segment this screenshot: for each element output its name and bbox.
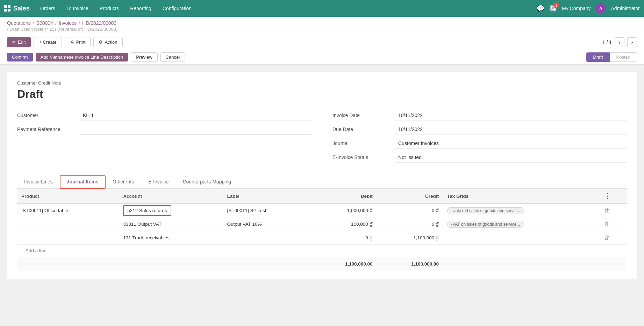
nav-orders[interactable]: Orders <box>35 3 60 13</box>
tabs: Invoice Lines Journal Items Other Info E… <box>17 175 627 189</box>
cell-delete-3[interactable]: 🗑 <box>600 231 627 245</box>
nav-items: Orders To Invoice Products Reporting Con… <box>35 3 537 13</box>
due-date-value[interactable]: 10/11/2022 <box>395 125 627 135</box>
cell-delete-1[interactable]: 🗑 <box>600 204 627 217</box>
more-options-icon[interactable]: ⋮ <box>604 193 610 200</box>
tax-grid-pill-2[interactable]: -VAT on sales of goods and service... <box>447 221 524 228</box>
breadcrumb-invoices[interactable]: Invoices <box>59 20 77 26</box>
account-highlighted-cell[interactable]: 5212 Sales returns <box>123 205 171 216</box>
print-button[interactable]: 🖨 Print <box>65 37 91 47</box>
cell-label-2[interactable]: Output VAT 10% <box>223 217 310 231</box>
activity-icon[interactable]: 🔄 1 <box>549 5 557 12</box>
preview-button[interactable]: Preview <box>131 52 157 62</box>
table-row: 131 Trade receivables 0 ₫ 1,100,000 ₫ 🗑 <box>17 231 627 245</box>
prev-page-button[interactable]: ‹ <box>615 37 624 47</box>
confirm-button[interactable]: Confirm <box>7 53 33 61</box>
cell-delete-2[interactable]: 🗑 <box>600 217 627 231</box>
total-credit: 1,100,000.00 <box>377 257 443 271</box>
delete-icon-1[interactable]: 🗑 <box>604 207 610 213</box>
cell-taxgrid-1: -Untaxed sales of goods and servic... <box>443 204 600 217</box>
status-indicators: Draft Posted <box>586 52 637 62</box>
totals-row: 1,100,000.00 1,100,000.00 <box>17 257 627 271</box>
create-button[interactable]: + Create <box>34 37 62 47</box>
journal-field: Journal Customer Invoices <box>332 139 627 149</box>
cell-label-1[interactable]: [ST00011] SP Test <box>223 204 310 217</box>
invoice-date-field: Invoice Date 10/11/2022 <box>332 111 627 121</box>
form-left: Customer KH 1 Payment Reference <box>17 111 312 167</box>
status-bar: Confirm Add Vietnamese Invoice Line Desc… <box>0 50 644 65</box>
nav-products[interactable]: Products <box>95 3 124 13</box>
tab-counterparts[interactable]: Counterparts Mapping <box>176 175 238 189</box>
nav-to-invoice[interactable]: To Invoice <box>62 3 93 13</box>
cell-product-2 <box>17 217 119 231</box>
toolbar: ✏ Edit + Create 🖨 Print ⚙ Action 1 / 1 ‹… <box>0 34 644 50</box>
journal-items-table: Product Account Label Debit Credit Tax G… <box>17 189 627 271</box>
invoice-date-value[interactable]: 10/11/2022 <box>395 111 627 121</box>
einvoice-field: E-Invoice Status Not Issued <box>332 153 627 163</box>
customer-field: Customer KH 1 <box>17 111 312 121</box>
customer-value[interactable]: KH 1 <box>80 111 312 121</box>
add-line-row: Add a line <box>17 245 627 257</box>
main-content: Customer Credit Note Draft Customer KH 1… <box>0 65 644 287</box>
breadcrumb-bar: Quotations / S00004 / Invoices / HD/2022… <box>0 17 644 34</box>
breadcrumb-s00004[interactable]: S00004 <box>36 20 53 26</box>
cell-label-3[interactable] <box>223 231 310 245</box>
col-product: Product <box>17 189 119 204</box>
due-date-field: Due Date 10/11/2022 <box>332 125 627 135</box>
einvoice-value[interactable]: Not Issued <box>395 153 627 163</box>
cell-account-2[interactable]: 33311 Output VAT <box>119 217 223 231</box>
avatar[interactable]: A <box>596 3 606 14</box>
cell-taxgrid-2: -VAT on sales of goods and service... <box>443 217 600 231</box>
tab-invoice-lines[interactable]: Invoice Lines <box>17 175 60 189</box>
payment-ref-value[interactable] <box>80 125 312 135</box>
pagination: 1 / 1 ‹ › <box>602 37 637 47</box>
app-name: Sales <box>13 5 30 12</box>
cell-credit-1: 0 ₫ <box>377 204 443 217</box>
delete-icon-2[interactable]: 🗑 <box>604 221 610 227</box>
tab-e-invoice[interactable]: E-Invoice <box>141 175 176 189</box>
breadcrumb-invoice-id[interactable]: HD/2022/00003 <box>82 20 116 26</box>
app-logo[interactable]: Sales <box>4 5 30 12</box>
cell-credit-3: 1,100,000 ₫ <box>377 231 443 245</box>
cell-product-1[interactable]: [ST00011] Office table <box>17 204 119 217</box>
chat-icon[interactable]: 💬 <box>537 5 544 12</box>
delete-icon-3[interactable]: 🗑 <box>604 234 610 240</box>
col-actions: ⋮ <box>600 189 627 204</box>
col-label: Label <box>223 189 310 204</box>
cell-account-3[interactable]: 131 Trade receivables <box>119 231 223 245</box>
print-icon: 🖨 <box>70 39 74 45</box>
breadcrumb-quotations[interactable]: Quotations <box>7 20 31 26</box>
edit-button[interactable]: ✏ Edit <box>7 37 31 47</box>
col-credit: Credit <box>377 189 443 204</box>
action-button[interactable]: ⚙ Action <box>93 37 122 47</box>
nav-right: 💬 🔄 1 My Company A Administrator <box>537 3 640 14</box>
top-nav: Sales Orders To Invoice Products Reporti… <box>0 0 644 17</box>
cell-product-3 <box>17 231 119 245</box>
vietnamese-button[interactable]: Add Vietnamese Invoice Line Description <box>36 53 128 61</box>
cell-account-1[interactable]: 5212 Sales returns <box>119 204 223 217</box>
form-right: Invoice Date 10/11/2022 Due Date 10/11/2… <box>332 111 627 167</box>
col-tax-grids: Tax Grids <box>443 189 600 204</box>
payment-ref-label: Payment Reference <box>17 125 80 132</box>
breadcrumb: Quotations / S00004 / Invoices / HD/2022… <box>7 20 637 26</box>
draft-status: Draft <box>586 52 609 62</box>
nav-configuration[interactable]: Configuration <box>158 3 196 13</box>
customer-label: Customer <box>17 111 80 118</box>
tab-other-info[interactable]: Other Info <box>106 175 141 189</box>
nav-reporting[interactable]: Reporting <box>125 3 156 13</box>
breadcrumb-sub: / Draft Credit Note (* 23) (Reversal of:… <box>7 27 637 32</box>
due-date-label: Due Date <box>332 125 395 132</box>
cell-taxgrid-3 <box>443 231 600 245</box>
cancel-button[interactable]: Cancel <box>160 52 185 62</box>
tab-journal-items[interactable]: Journal Items <box>60 175 106 189</box>
pagination-text: 1 / 1 <box>602 39 612 45</box>
doc-type-label: Customer Credit Note <box>17 80 627 86</box>
invoice-date-label: Invoice Date <box>332 111 395 118</box>
next-page-button[interactable]: › <box>627 37 637 47</box>
einvoice-label: E-Invoice Status <box>332 153 395 160</box>
admin-name: Administrator <box>611 6 640 11</box>
journal-value[interactable]: Customer Invoices <box>395 139 627 149</box>
tax-grid-pill-1[interactable]: -Untaxed sales of goods and servic... <box>447 207 524 214</box>
add-line-button[interactable]: Add a line <box>21 245 51 257</box>
cell-debit-2: 100,000 ₫ <box>310 217 377 231</box>
